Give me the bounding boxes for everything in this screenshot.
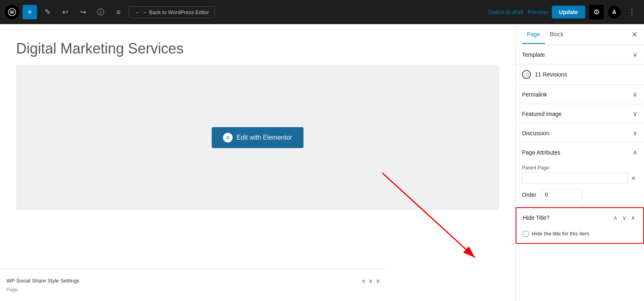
- astra-letter: A: [612, 9, 616, 15]
- settings-button[interactable]: ⚙: [589, 5, 604, 19]
- elementor-icon: ≡: [223, 133, 233, 142]
- info-icon: ⓘ: [97, 7, 104, 17]
- add-block-button[interactable]: +: [23, 5, 37, 19]
- astra-logo: A: [608, 6, 621, 19]
- section-page-attributes: Page Attributes ∧ Parent Page: ✕ Order: [516, 143, 644, 207]
- template-section-header[interactable]: Template ∨: [516, 45, 644, 64]
- page-type-label: Page: [6, 286, 380, 293]
- redo-button[interactable]: ↪: [76, 5, 90, 19]
- hide-title-checkbox-label: Hide the title for this item: [532, 231, 589, 237]
- hide-title-collapse-down-button[interactable]: ∨: [621, 214, 628, 222]
- plus-icon: +: [27, 8, 32, 17]
- collapse-down-button[interactable]: ∨: [369, 278, 373, 284]
- bottom-bar: WP Social Share Style Settings ∧ ∨ ∨ Pag…: [0, 269, 386, 301]
- toolbar-right: Switch to draft Preview Update ⚙ A ⋮: [488, 5, 639, 19]
- order-row: Order: [522, 189, 638, 200]
- parent-page-label: Parent Page:: [522, 165, 638, 171]
- pencil-icon: ✎: [45, 8, 51, 16]
- preview-button[interactable]: Preview: [528, 9, 548, 15]
- back-arrow-icon: ←: [135, 9, 140, 15]
- revisions-row[interactable]: 🕐 11 Revisions: [516, 64, 644, 85]
- close-icon: ✕: [632, 31, 638, 39]
- template-section-title: Template: [522, 52, 545, 58]
- collapse-up-button[interactable]: ∧: [361, 278, 365, 284]
- content-block: ≡ Edit with Elementor: [16, 65, 499, 210]
- permalink-section-header[interactable]: Permalink ∨: [516, 85, 644, 104]
- permalink-chevron-icon: ∨: [633, 91, 638, 98]
- back-to-wp-editor-button[interactable]: ← ← Back to WordPress Editor: [129, 6, 215, 18]
- bottom-bar-controls: ∧ ∨ ∨: [361, 278, 380, 284]
- page-attributes-chevron-icon: ∧: [633, 148, 638, 156]
- discussion-chevron-icon: ∨: [633, 129, 638, 137]
- update-button[interactable]: Update: [552, 6, 585, 19]
- sidebar: Page Block ✕ Template ∨ 🕐 11 Revisions: [515, 24, 644, 301]
- page-attributes-section-header[interactable]: Page Attributes ∧: [516, 143, 644, 162]
- ellipsis-icon: ⋮: [628, 8, 636, 16]
- featured-image-chevron-icon: ∨: [633, 110, 638, 118]
- section-permalink: Permalink ∨: [516, 85, 644, 104]
- hide-title-section-header[interactable]: Hide Title? ∧ ∨ ∧: [516, 208, 643, 227]
- featured-image-section-header[interactable]: Featured image ∨: [516, 104, 644, 123]
- tab-page[interactable]: Page: [522, 25, 545, 44]
- undo-button[interactable]: ↩: [58, 5, 72, 19]
- featured-image-section-title: Featured image: [522, 111, 561, 117]
- svg-text:W: W: [10, 10, 14, 14]
- page-attributes-content: Parent Page: ✕ Order: [516, 162, 644, 207]
- main-layout: Digital Marketing Services ≡ Edit with E…: [0, 24, 644, 301]
- close-sidebar-button[interactable]: ✕: [632, 30, 638, 39]
- switch-to-draft-button[interactable]: Switch to draft: [488, 9, 524, 15]
- hide-title-checkbox[interactable]: [523, 231, 528, 237]
- clock-icon: 🕐: [522, 70, 531, 79]
- template-chevron-icon: ∨: [633, 51, 638, 58]
- parent-page-input[interactable]: [522, 172, 628, 184]
- page-title: Digital Marketing Services: [0, 24, 515, 65]
- more-options-button[interactable]: ⋮: [625, 5, 639, 19]
- hide-title-collapse-all-button[interactable]: ∧: [630, 214, 637, 222]
- order-label: Order: [522, 192, 537, 198]
- section-hide-title: Hide Title? ∧ ∨ ∧ Hide the title for thi…: [516, 207, 644, 244]
- discussion-section-header[interactable]: Discussion ∨: [516, 124, 644, 142]
- gear-icon: ⚙: [593, 8, 600, 16]
- hide-title-content: Hide the title for this item: [516, 227, 643, 243]
- bottom-bar-row: WP Social Share Style Settings ∧ ∨ ∨: [6, 278, 380, 284]
- redo-icon: ↪: [80, 8, 86, 16]
- section-revisions: 🕐 11 Revisions: [516, 64, 644, 85]
- edit-button[interactable]: ✎: [40, 5, 55, 19]
- hide-title-controls: ∧ ∨ ∧: [612, 214, 637, 222]
- order-input[interactable]: [541, 189, 582, 200]
- sidebar-header: Page Block ✕: [516, 24, 644, 45]
- list-icon: ≡: [116, 8, 121, 16]
- section-template: Template ∨: [516, 45, 644, 64]
- revisions-text: 11 Revisions: [535, 71, 567, 78]
- permalink-section-title: Permalink: [522, 91, 547, 98]
- section-featured-image: Featured image ∨: [516, 104, 644, 124]
- move-down-button[interactable]: ∨: [376, 278, 380, 284]
- discussion-section-title: Discussion: [522, 130, 549, 136]
- info-button[interactable]: ⓘ: [93, 5, 108, 19]
- bottom-bar-label: WP Social Share Style Settings: [6, 278, 79, 284]
- hide-title-section-title: Hide Title?: [523, 214, 549, 221]
- editor-area: Digital Marketing Services ≡ Edit with E…: [0, 24, 515, 301]
- clear-parent-page-button[interactable]: ✕: [630, 175, 638, 181]
- wp-logo: W: [5, 5, 19, 19]
- hide-title-collapse-up-button[interactable]: ∧: [612, 214, 619, 222]
- main-toolbar: W + ✎ ↩ ↪ ⓘ ≡ ← ← Back to WordPress Edit…: [0, 0, 644, 24]
- list-view-button[interactable]: ≡: [111, 5, 126, 19]
- times-icon: ✕: [631, 175, 636, 181]
- undo-icon: ↩: [62, 8, 68, 16]
- tab-block[interactable]: Block: [545, 25, 568, 44]
- section-discussion: Discussion ∨: [516, 124, 644, 143]
- edit-with-elementor-button[interactable]: ≡ Edit with Elementor: [212, 127, 303, 148]
- page-attributes-section-title: Page Attributes: [522, 149, 560, 156]
